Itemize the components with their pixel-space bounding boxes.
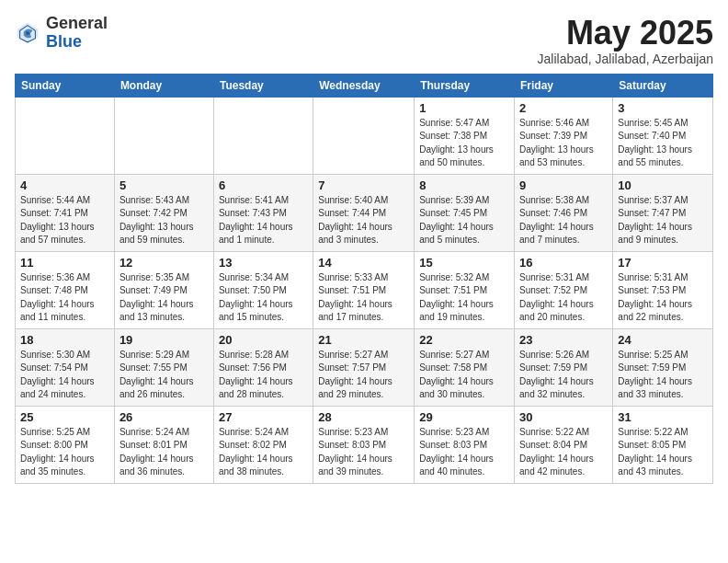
calendar-cell: 25Sunrise: 5:25 AM Sunset: 8:00 PM Dayli… (16, 406, 115, 483)
day-header-monday: Monday (114, 74, 213, 97)
day-header-friday: Friday (515, 74, 613, 97)
day-info: Sunrise: 5:40 AM Sunset: 7:44 PM Dayligh… (318, 194, 409, 247)
day-number: 10 (618, 178, 708, 192)
calendar-cell: 6Sunrise: 5:41 AM Sunset: 7:43 PM Daylig… (213, 174, 313, 251)
day-number: 5 (119, 178, 209, 192)
day-number: 7 (318, 178, 409, 192)
calendar-cell: 22Sunrise: 5:27 AM Sunset: 7:58 PM Dayli… (415, 328, 515, 406)
day-number: 27 (219, 410, 308, 424)
week-row-5: 25Sunrise: 5:25 AM Sunset: 8:00 PM Dayli… (16, 406, 713, 483)
week-row-3: 11Sunrise: 5:36 AM Sunset: 7:48 PM Dayli… (16, 251, 713, 328)
day-info: Sunrise: 5:25 AM Sunset: 8:00 PM Dayligh… (20, 426, 109, 479)
calendar-cell: 23Sunrise: 5:26 AM Sunset: 7:59 PM Dayli… (515, 328, 613, 406)
calendar-cell (114, 97, 213, 174)
day-number: 31 (618, 410, 708, 424)
day-info: Sunrise: 5:28 AM Sunset: 7:56 PM Dayligh… (219, 349, 308, 402)
day-info: Sunrise: 5:24 AM Sunset: 8:02 PM Dayligh… (219, 426, 308, 479)
svg-point-2 (26, 31, 29, 35)
day-info: Sunrise: 5:30 AM Sunset: 7:54 PM Dayligh… (20, 349, 109, 402)
calendar-cell: 8Sunrise: 5:39 AM Sunset: 7:45 PM Daylig… (415, 174, 515, 251)
day-header-sunday: Sunday (16, 74, 115, 97)
day-number: 26 (119, 410, 209, 424)
calendar-cell: 17Sunrise: 5:31 AM Sunset: 7:53 PM Dayli… (613, 251, 713, 328)
day-info: Sunrise: 5:39 AM Sunset: 7:45 PM Dayligh… (419, 194, 509, 247)
calendar-table: SundayMondayTuesdayWednesdayThursdayFrid… (15, 74, 713, 484)
calendar-cell: 14Sunrise: 5:33 AM Sunset: 7:51 PM Dayli… (313, 251, 415, 328)
day-number: 28 (318, 410, 409, 424)
calendar-cell (213, 97, 313, 174)
day-header-saturday: Saturday (613, 74, 713, 97)
day-number: 22 (419, 333, 509, 347)
calendar-cell: 21Sunrise: 5:27 AM Sunset: 7:57 PM Dayli… (313, 328, 415, 406)
month-title: May 2025 (538, 15, 713, 52)
calendar-cell: 16Sunrise: 5:31 AM Sunset: 7:52 PM Dayli… (515, 251, 613, 328)
day-info: Sunrise: 5:47 AM Sunset: 7:38 PM Dayligh… (419, 117, 509, 170)
calendar-cell: 4Sunrise: 5:44 AM Sunset: 7:41 PM Daylig… (16, 174, 115, 251)
day-info: Sunrise: 5:41 AM Sunset: 7:43 PM Dayligh… (219, 194, 308, 247)
logo-blue: Blue (46, 32, 82, 51)
day-number: 19 (119, 333, 209, 347)
day-number: 6 (219, 178, 308, 192)
calendar-cell: 13Sunrise: 5:34 AM Sunset: 7:50 PM Dayli… (213, 251, 313, 328)
day-number: 21 (318, 333, 409, 347)
day-number: 11 (20, 256, 109, 270)
location-subtitle: Jalilabad, Jalilabad, Azerbaijan (538, 52, 713, 66)
calendar-cell: 9Sunrise: 5:38 AM Sunset: 7:46 PM Daylig… (515, 174, 613, 251)
day-number: 14 (318, 256, 409, 270)
day-info: Sunrise: 5:22 AM Sunset: 8:05 PM Dayligh… (618, 426, 708, 479)
day-info: Sunrise: 5:23 AM Sunset: 8:03 PM Dayligh… (318, 426, 409, 479)
day-info: Sunrise: 5:29 AM Sunset: 7:55 PM Dayligh… (119, 349, 209, 402)
day-info: Sunrise: 5:43 AM Sunset: 7:42 PM Dayligh… (119, 194, 209, 247)
day-number: 16 (519, 256, 608, 270)
day-header-wednesday: Wednesday (313, 74, 415, 97)
day-info: Sunrise: 5:27 AM Sunset: 7:57 PM Dayligh… (318, 349, 409, 402)
calendar-cell: 26Sunrise: 5:24 AM Sunset: 8:01 PM Dayli… (114, 406, 213, 483)
day-info: Sunrise: 5:46 AM Sunset: 7:39 PM Dayligh… (519, 117, 608, 170)
calendar-cell: 3Sunrise: 5:45 AM Sunset: 7:40 PM Daylig… (613, 97, 713, 174)
logo-icon (15, 20, 40, 46)
calendar-cell: 5Sunrise: 5:43 AM Sunset: 7:42 PM Daylig… (114, 174, 213, 251)
day-number: 29 (419, 410, 509, 424)
calendar-cell: 11Sunrise: 5:36 AM Sunset: 7:48 PM Dayli… (16, 251, 115, 328)
day-header-tuesday: Tuesday (213, 74, 313, 97)
day-number: 17 (618, 256, 708, 270)
day-info: Sunrise: 5:23 AM Sunset: 8:03 PM Dayligh… (419, 426, 509, 479)
calendar-cell: 29Sunrise: 5:23 AM Sunset: 8:03 PM Dayli… (415, 406, 515, 483)
calendar-cell: 24Sunrise: 5:25 AM Sunset: 7:59 PM Dayli… (613, 328, 713, 406)
day-info: Sunrise: 5:44 AM Sunset: 7:41 PM Dayligh… (20, 194, 109, 247)
day-number: 25 (20, 410, 109, 424)
day-number: 13 (219, 256, 308, 270)
day-info: Sunrise: 5:24 AM Sunset: 8:01 PM Dayligh… (119, 426, 209, 479)
day-number: 18 (20, 333, 109, 347)
calendar-cell (16, 97, 115, 174)
week-row-1: 1Sunrise: 5:47 AM Sunset: 7:38 PM Daylig… (16, 97, 713, 174)
day-info: Sunrise: 5:45 AM Sunset: 7:40 PM Dayligh… (618, 117, 708, 170)
day-number: 3 (618, 101, 708, 115)
day-number: 30 (519, 410, 608, 424)
day-info: Sunrise: 5:33 AM Sunset: 7:51 PM Dayligh… (318, 271, 409, 325)
page-header: General Blue May 2025 Jalilabad, Jalilab… (15, 15, 713, 66)
day-number: 23 (519, 333, 608, 347)
day-number: 1 (419, 101, 509, 115)
calendar-cell (313, 97, 415, 174)
day-info: Sunrise: 5:31 AM Sunset: 7:53 PM Dayligh… (618, 271, 708, 325)
calendar-cell: 19Sunrise: 5:29 AM Sunset: 7:55 PM Dayli… (114, 328, 213, 406)
title-block: May 2025 Jalilabad, Jalilabad, Azerbaija… (538, 15, 713, 66)
day-info: Sunrise: 5:38 AM Sunset: 7:46 PM Dayligh… (519, 194, 608, 247)
day-number: 2 (519, 101, 608, 115)
day-info: Sunrise: 5:37 AM Sunset: 7:47 PM Dayligh… (618, 194, 708, 247)
calendar-cell: 15Sunrise: 5:32 AM Sunset: 7:51 PM Dayli… (415, 251, 515, 328)
calendar-cell: 27Sunrise: 5:24 AM Sunset: 8:02 PM Dayli… (213, 406, 313, 483)
calendar-cell: 20Sunrise: 5:28 AM Sunset: 7:56 PM Dayli… (213, 328, 313, 406)
logo-text: General Blue (46, 15, 108, 52)
calendar-cell: 2Sunrise: 5:46 AM Sunset: 7:39 PM Daylig… (515, 97, 613, 174)
day-info: Sunrise: 5:22 AM Sunset: 8:04 PM Dayligh… (519, 426, 608, 479)
week-row-4: 18Sunrise: 5:30 AM Sunset: 7:54 PM Dayli… (16, 328, 713, 406)
day-number: 8 (419, 178, 509, 192)
day-info: Sunrise: 5:34 AM Sunset: 7:50 PM Dayligh… (219, 271, 308, 325)
logo: General Blue (15, 15, 108, 52)
calendar-cell: 12Sunrise: 5:35 AM Sunset: 7:49 PM Dayli… (114, 251, 213, 328)
calendar-cell: 30Sunrise: 5:22 AM Sunset: 8:04 PM Dayli… (515, 406, 613, 483)
day-number: 12 (119, 256, 209, 270)
calendar-cell: 7Sunrise: 5:40 AM Sunset: 7:44 PM Daylig… (313, 174, 415, 251)
